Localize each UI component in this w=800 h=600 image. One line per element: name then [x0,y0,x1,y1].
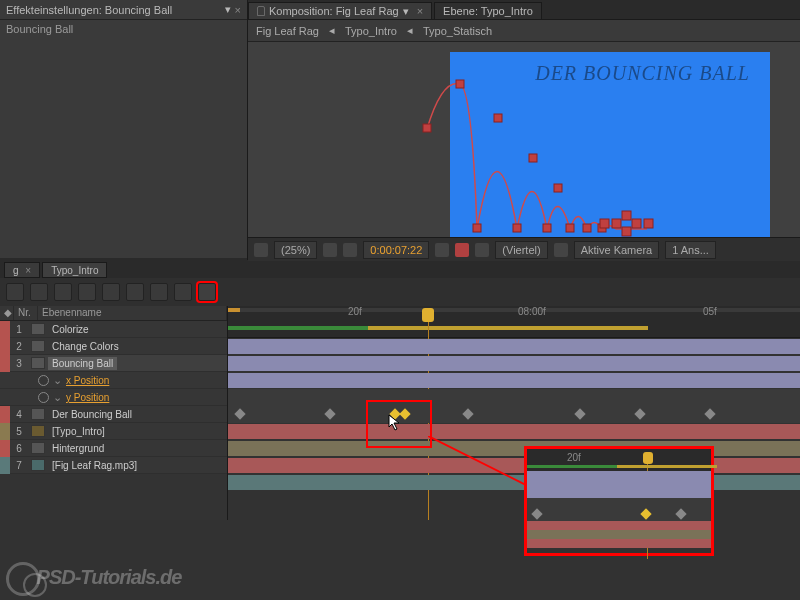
tool-icon[interactable] [126,283,144,301]
snapshot-icon[interactable] [435,243,449,257]
keyframe[interactable] [324,408,335,419]
ruler-tick: 20f [348,306,362,317]
tool-icon[interactable] [54,283,72,301]
layer-color[interactable] [0,338,10,355]
layer-row[interactable]: 3 Bouncing Ball [0,355,227,372]
tool-icon[interactable] [102,283,120,301]
svg-rect-16 [600,219,609,228]
stopwatch-icon[interactable] [38,375,49,386]
keyframe[interactable] [704,408,715,419]
av-column[interactable]: ◆ [0,306,14,320]
layer-color[interactable] [0,406,10,423]
effects-layer-name[interactable]: Bouncing Ball [0,20,247,38]
keyframe-selected[interactable] [399,408,410,419]
camera-dropdown[interactable]: Aktive Kamera [574,241,660,259]
layer-name[interactable]: Colorize [48,324,89,335]
layer-color[interactable] [0,355,10,372]
tool-icon[interactable] [78,283,96,301]
track-area[interactable]: 20f 08:00f 05f [228,306,800,520]
layer-row[interactable]: 2 Change Colors [0,338,227,355]
viewer-controls: (25%) 0:00:07:22 (Viertel) Aktive Kamera… [248,237,800,261]
mask-icon[interactable] [343,243,357,257]
layer-number: 1 [10,324,28,335]
svg-rect-13 [632,219,641,228]
layer-property[interactable]: ⌄y Position [0,389,227,406]
close-icon[interactable]: × [23,265,32,276]
name-column[interactable]: Ebenenname [38,306,227,320]
property-name[interactable]: x Position [66,375,109,386]
views-dropdown[interactable]: 1 Ans... [665,241,716,259]
motion-path [422,74,702,239]
layer-name[interactable]: Hintergrund [48,443,104,454]
tool-icon[interactable] [6,283,24,301]
close-icon[interactable]: × [235,4,241,16]
dropdown-icon[interactable]: ▾ [225,3,231,16]
colormgmt-icon[interactable] [475,243,489,257]
keyframe[interactable] [234,408,245,419]
graph-editor-button[interactable] [198,283,216,301]
layer-property[interactable]: ⌄x Position [0,372,227,389]
tool-icon[interactable] [30,283,48,301]
layer-name[interactable]: Der Bouncing Ball [48,409,132,420]
layer-color[interactable] [0,321,10,338]
layer-color[interactable] [0,440,10,457]
breadcrumb-item[interactable]: Typo_Intro [345,25,397,37]
layer-row[interactable]: 1 Colorize [0,321,227,338]
time-ruler[interactable]: 20f 08:00f 05f [228,306,800,338]
channels-icon[interactable] [455,243,469,257]
grid-icon[interactable] [254,243,268,257]
timeline-tab[interactable]: Typo_Intro [42,262,107,278]
tool-icon[interactable] [174,283,192,301]
tool-icon[interactable] [150,283,168,301]
layer-number: 6 [10,443,28,454]
layer-color[interactable] [0,457,10,474]
keyframe[interactable] [574,408,585,419]
comp-viewer[interactable]: DER BOUNCING BALL [248,42,800,237]
layer-row[interactable]: 7 [Fig Leaf Rag.mp3] [0,457,227,474]
svg-rect-3 [494,114,502,122]
property-name[interactable]: y Position [66,392,109,403]
stopwatch-icon[interactable] [38,392,49,403]
breadcrumb: Fig Leaf Rag ◂ Typo_Intro ◂ Typo_Statisc… [248,20,800,42]
svg-rect-4 [513,224,521,232]
chevron-left-icon: ◂ [329,24,335,37]
close-icon[interactable]: × [417,5,423,17]
nr-column[interactable]: Nr. [14,306,38,320]
layer-type-icon [31,357,45,369]
breadcrumb-item[interactable]: Typo_Statisch [423,25,492,37]
svg-rect-6 [543,224,551,232]
layer-row[interactable]: 5 [Typo_Intro] [0,423,227,440]
tab-layer[interactable]: Ebene: Typo_Intro [434,2,542,19]
layer-number: 5 [10,426,28,437]
view-icon[interactable] [554,243,568,257]
resolution-icon[interactable] [323,243,337,257]
cti-playhead[interactable] [422,308,434,322]
keyframe[interactable] [634,408,645,419]
svg-rect-8 [566,224,574,232]
tab-composition[interactable]: Komposition: Fig Leaf Rag ▾ × [248,2,432,19]
layer-name[interactable]: [Typo_Intro] [48,426,105,437]
effects-panel: Effekteinstellungen: Bouncing Ball ▾ × B… [0,0,248,260]
layer-name[interactable]: Bouncing Ball [48,357,117,370]
layer-name[interactable]: [Fig Leaf Rag.mp3] [48,460,137,471]
quality-dropdown[interactable]: (Viertel) [495,241,547,259]
zoom-dropdown[interactable]: (25%) [274,241,317,259]
layer-type-icon [31,340,45,352]
layer-name[interactable]: Change Colors [48,341,119,352]
chevron-left-icon: ◂ [407,24,413,37]
svg-rect-7 [554,184,562,192]
keyframe[interactable] [462,408,473,419]
layer-number: 7 [10,460,28,471]
timecode[interactable]: 0:00:07:22 [363,241,429,259]
layer-number: 3 [10,358,28,369]
layer-row[interactable]: 4 Der Bouncing Ball [0,406,227,423]
layer-color[interactable] [0,423,10,440]
layer-row[interactable]: 6 Hintergrund [0,440,227,457]
dropdown-icon[interactable]: ▾ [403,5,409,18]
zoom-ruler-tick: 20f [567,452,581,463]
canvas: DER BOUNCING BALL [450,52,770,237]
layer-type-icon [31,323,45,335]
timeline-tab[interactable]: g × [4,262,40,278]
breadcrumb-item[interactable]: Fig Leaf Rag [256,25,319,37]
layer-number: 4 [10,409,28,420]
